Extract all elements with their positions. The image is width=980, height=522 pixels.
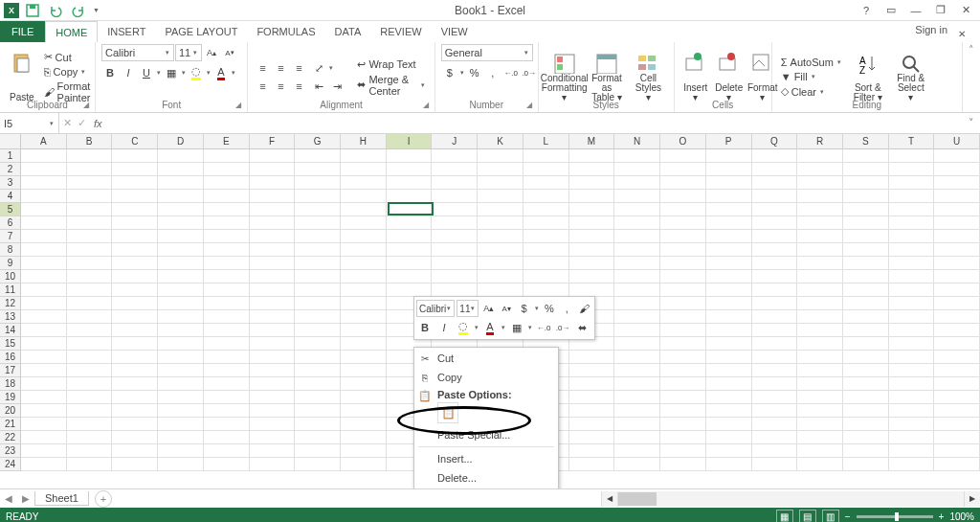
align-right-button[interactable]: ≡ [290, 78, 307, 95]
col-header-L[interactable]: L [523, 134, 569, 149]
collapse-ribbon-button[interactable]: ˄ [963, 42, 980, 112]
cell[interactable] [614, 404, 660, 418]
cell[interactable] [934, 364, 980, 377]
row-header-19[interactable]: 19 [0, 391, 21, 404]
cell[interactable] [889, 351, 935, 364]
cell[interactable] [158, 337, 204, 351]
cell[interactable] [387, 270, 433, 284]
cell[interactable] [752, 190, 798, 203]
mini-bold-button[interactable]: B [416, 319, 434, 336]
cell[interactable] [67, 431, 113, 444]
cm-clear[interactable]: Clear Contents [414, 488, 558, 488]
cell[interactable] [387, 190, 433, 203]
cell[interactable] [295, 458, 341, 471]
cell[interactable] [934, 149, 980, 163]
cell[interactable] [250, 458, 296, 471]
row-header-13[interactable]: 13 [0, 310, 21, 324]
row-header-8[interactable]: 8 [0, 243, 21, 257]
mini-percent-button[interactable]: % [542, 300, 557, 317]
format-as-table-button[interactable]: Format as Table ▾ [588, 51, 627, 104]
cell[interactable] [158, 149, 204, 163]
sheet-tab-1[interactable]: Sheet1 [34, 491, 89, 506]
cell[interactable] [797, 404, 843, 418]
cell[interactable] [250, 364, 296, 377]
cell[interactable] [158, 216, 204, 230]
cell[interactable] [797, 243, 843, 257]
mini-merge-button[interactable]: ⬌ [573, 319, 590, 336]
workbook-close-button[interactable]: ✕ [951, 24, 972, 43]
cell[interactable] [889, 404, 935, 418]
cell[interactable] [889, 190, 935, 203]
cells-delete-button[interactable]: Delete ▾ [714, 51, 745, 104]
underline-button[interactable]: U [138, 64, 155, 81]
comma-button[interactable]: , [484, 64, 501, 81]
cell[interactable] [569, 458, 615, 471]
cell[interactable] [660, 310, 706, 324]
cell[interactable] [752, 364, 798, 377]
col-header-F[interactable]: F [250, 134, 296, 149]
cell[interactable] [934, 418, 980, 431]
cell[interactable] [478, 257, 523, 270]
cell[interactable] [569, 351, 615, 364]
cell[interactable] [112, 243, 158, 257]
cell[interactable] [204, 324, 250, 337]
cell[interactable] [706, 149, 752, 163]
cell[interactable] [706, 284, 752, 297]
row-header-23[interactable]: 23 [0, 444, 21, 458]
cell[interactable] [569, 270, 615, 284]
percent-button[interactable]: % [466, 64, 483, 81]
clear-button[interactable]: ◇Clear▾ [778, 84, 845, 99]
wrap-text-button[interactable]: ↩Wrap Text [354, 57, 428, 72]
cell[interactable] [934, 257, 980, 270]
cell[interactable] [67, 149, 113, 163]
row-header-2[interactable]: 2 [0, 163, 21, 176]
cell[interactable] [523, 190, 569, 203]
cell[interactable] [614, 364, 660, 377]
cell[interactable] [478, 243, 523, 257]
paste-button[interactable]: Paste [6, 51, 38, 104]
cell[interactable] [341, 458, 387, 471]
col-header-Q[interactable]: Q [752, 134, 798, 149]
cm-paste-special[interactable]: Paste Special... [414, 425, 558, 444]
cell[interactable] [843, 310, 889, 324]
row-header-16[interactable]: 16 [0, 351, 21, 364]
cell[interactable] [204, 203, 250, 216]
cell[interactable] [158, 444, 204, 458]
cell[interactable] [341, 404, 387, 418]
cell[interactable] [250, 149, 296, 163]
cell[interactable] [158, 458, 204, 471]
col-header-M[interactable]: M [569, 134, 615, 149]
cell[interactable] [706, 391, 752, 404]
cm-delete[interactable]: Delete... [414, 468, 558, 488]
cell[interactable] [752, 270, 798, 284]
align-bottom-button[interactable]: ≡ [290, 59, 307, 77]
font-name-select[interactable]: Calibri▾ [101, 44, 174, 61]
cell[interactable] [204, 458, 250, 471]
tab-data[interactable]: DATA [325, 21, 371, 42]
cell[interactable] [158, 377, 204, 391]
cell[interactable] [934, 310, 980, 324]
cell[interactable] [21, 377, 67, 391]
cell[interactable] [21, 203, 67, 216]
cell[interactable] [250, 431, 296, 444]
cell[interactable] [250, 444, 296, 458]
cell[interactable] [752, 444, 798, 458]
cell[interactable] [21, 364, 67, 377]
cell[interactable] [112, 337, 158, 351]
mini-format-painter-button[interactable]: 🖌 [577, 300, 592, 317]
cell[interactable] [797, 444, 843, 458]
cell[interactable] [204, 216, 250, 230]
cell[interactable] [706, 324, 752, 337]
cell[interactable] [752, 203, 798, 216]
cell[interactable] [843, 458, 889, 471]
cell[interactable] [706, 163, 752, 176]
cell[interactable] [21, 163, 67, 176]
cell[interactable] [706, 203, 752, 216]
col-header-C[interactable]: C [112, 134, 158, 149]
cell[interactable] [797, 203, 843, 216]
cell[interactable] [889, 203, 935, 216]
cell[interactable] [295, 444, 341, 458]
cell[interactable] [569, 377, 615, 391]
cell[interactable] [158, 203, 204, 216]
cell[interactable] [112, 163, 158, 176]
